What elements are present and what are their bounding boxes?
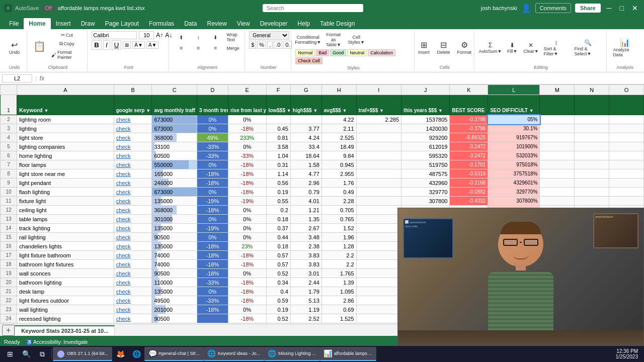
format-painter-button[interactable]: 🖌Format Painter: [49, 49, 84, 61]
share-button[interactable]: Share: [575, 4, 601, 13]
cell-keyword[interactable]: desk lamp: [17, 287, 114, 296]
format-cells-button[interactable]: ⚙Format: [455, 39, 474, 56]
align-right-button[interactable]: ≡: [207, 44, 223, 52]
search-input[interactable]: [263, 4, 363, 12]
cell-keyword[interactable]: table lamps: [17, 215, 114, 224]
cell-google-check[interactable]: check: [114, 251, 152, 260]
cell-keyword[interactable]: chandeliers lights: [17, 242, 114, 251]
tab-table-design[interactable]: Table Design: [315, 18, 360, 29]
style-normal[interactable]: Normal: [295, 49, 315, 56]
header-rise[interactable]: rise from last year ▼: [228, 95, 266, 115]
col-header-l[interactable]: L: [488, 85, 540, 95]
cell-google-check[interactable]: check: [114, 178, 152, 188]
cell-google-check[interactable]: check: [114, 287, 152, 296]
tab-developer[interactable]: Developer: [255, 18, 293, 29]
paste-button[interactable]: 📋: [31, 39, 47, 53]
col-header-d[interactable]: D: [197, 85, 228, 95]
cell-google-check[interactable]: check: [114, 242, 152, 251]
style-calculation[interactable]: Calculation: [368, 49, 395, 56]
conditional-formatting-button[interactable]: Conditional Formatting▼: [295, 34, 320, 46]
number-format-select[interactable]: General Number Currency Percentage: [249, 31, 289, 40]
taskbar-excel[interactable]: 📊 affordable lamps ...: [320, 347, 376, 361]
cell-google-check[interactable]: check: [114, 314, 152, 323]
start-button[interactable]: ⊞: [2, 347, 18, 361]
col-header-a[interactable]: A: [17, 85, 114, 95]
style-neutral[interactable]: Neutral: [347, 49, 367, 56]
cell-google-check[interactable]: check: [114, 224, 152, 233]
cell-google-check[interactable]: check: [114, 215, 152, 224]
cell-styles-button[interactable]: Cell Styles▼: [346, 34, 366, 46]
cell-reference-input[interactable]: [2, 74, 32, 82]
align-center-button[interactable]: ≡: [190, 44, 206, 52]
tab-view[interactable]: View: [232, 18, 255, 29]
cell-keyword[interactable]: wall lighting: [17, 305, 114, 314]
merge-button[interactable]: Merge: [224, 44, 242, 52]
cell-google-check[interactable]: check: [114, 197, 152, 206]
cell-keyword[interactable]: light store: [17, 133, 114, 142]
cell-keyword[interactable]: light fixtures outdoor: [17, 296, 114, 305]
bold-button[interactable]: B: [92, 40, 102, 50]
cell-google-check[interactable]: check: [114, 269, 152, 278]
taskbar-discord[interactable]: 💬 #general-chat | SE...: [144, 347, 204, 361]
taskbar-obs[interactable]: ⬤ OBS 27.1.1 (64-bit...: [53, 347, 112, 361]
col-header-o[interactable]: O: [609, 85, 644, 95]
sheet-tab-keyword-stats[interactable]: Keyword Stats 2023-01-25 at 10...: [15, 325, 115, 335]
cell-google-check[interactable]: check: [114, 188, 152, 197]
header-3month[interactable]: 3 month trend ▼: [197, 95, 228, 115]
col-header-e[interactable]: E: [228, 85, 266, 95]
header-avg[interactable]: avg$$$ ▼: [321, 95, 356, 115]
tab-insert[interactable]: Insert: [51, 18, 76, 29]
font-size-input[interactable]: [139, 31, 154, 39]
cell-keyword[interactable]: bathroom lighting: [17, 278, 114, 287]
insert-cells-button[interactable]: ⊞Insert: [416, 39, 432, 56]
cell-google-check[interactable]: check: [114, 278, 152, 287]
cell-google-check[interactable]: check: [114, 260, 152, 269]
border-button[interactable]: ⊞: [123, 41, 131, 49]
align-left-button[interactable]: ≡: [173, 44, 189, 52]
align-top-button[interactable]: ⬆: [173, 31, 189, 43]
tab-formulas[interactable]: Formulas: [144, 18, 179, 29]
percent-button[interactable]: %: [257, 41, 266, 49]
decrease-decimal-button[interactable]: 0.: [283, 41, 292, 49]
cell-google-check[interactable]: check: [114, 305, 152, 314]
col-header-i[interactable]: I: [356, 85, 401, 95]
header-best[interactable]: BEST SCORE ▼: [450, 95, 488, 115]
col-header-k[interactable]: K: [450, 85, 488, 95]
header-traf[interactable]: traf+$$$ ▼: [356, 95, 401, 115]
cell-google-check[interactable]: check: [114, 206, 152, 215]
cell-keyword[interactable]: home lighting: [17, 151, 114, 160]
comma-button[interactable]: ,: [267, 41, 273, 49]
style-bad[interactable]: Bad: [316, 49, 329, 56]
cell-keyword[interactable]: light pendant: [17, 178, 114, 188]
tab-page-layout[interactable]: Page Layout: [100, 18, 144, 29]
cell-keyword[interactable]: bathroom light fixtures: [17, 260, 114, 269]
cell-keyword[interactable]: light fixture bathroom: [17, 251, 114, 260]
autosave-toggle[interactable]: Off: [42, 5, 55, 12]
align-middle-button[interactable]: ↕: [190, 31, 206, 43]
font-color-button[interactable]: A▼: [146, 41, 159, 49]
undo-button[interactable]: ↩Undo: [7, 39, 23, 56]
header-high[interactable]: high$$$ ▼: [290, 95, 321, 115]
italic-button[interactable]: I: [103, 40, 110, 50]
tab-data[interactable]: Data: [179, 18, 202, 29]
cell-keyword[interactable]: lighting room: [17, 115, 114, 124]
increase-font-button[interactable]: A↑: [156, 32, 163, 39]
taskbar-firefox[interactable]: 🦊: [112, 347, 128, 361]
formula-input[interactable]: [46, 75, 642, 81]
cell-google-check[interactable]: check: [114, 133, 152, 142]
taskbar-chrome-1[interactable]: 🌐: [128, 347, 144, 361]
font-name-input[interactable]: [92, 31, 137, 39]
cell-keyword[interactable]: lighting: [17, 124, 114, 133]
autosum-button[interactable]: ΣAutoSum▼: [478, 41, 503, 55]
cell-keyword[interactable]: floor lamps: [17, 160, 114, 169]
taskbar-chrome-keyword-ideas[interactable]: 🌐 Keyword ideas - Jo...: [204, 347, 264, 361]
delete-cells-button[interactable]: ⊟Delete: [435, 39, 452, 56]
col-header-g[interactable]: G: [290, 85, 321, 95]
cell-keyword[interactable]: flash lighting: [17, 188, 114, 197]
clear-button[interactable]: ✕Clear▼: [522, 41, 539, 55]
col-header-m[interactable]: M: [540, 85, 575, 95]
cell-google-check[interactable]: check: [114, 115, 152, 124]
col-header-n[interactable]: N: [575, 85, 609, 95]
align-bottom-button[interactable]: ⬇: [207, 31, 223, 43]
minimize-button[interactable]: ─: [605, 3, 614, 13]
